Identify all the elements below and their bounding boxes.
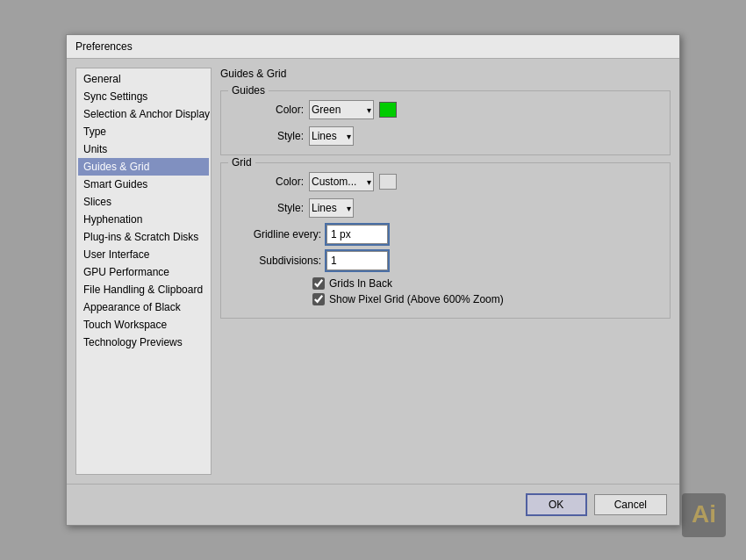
guides-style-select[interactable]: Lines Dots [309, 126, 354, 146]
guides-color-row: Color: Green Red Blue Cyan Custom... [233, 100, 657, 119]
sidebar-item-technology-previews[interactable]: Technology Previews [78, 334, 209, 351]
show-pixel-label[interactable]: Show Pixel Grid (Above 600% Zoom) [329, 293, 504, 305]
preferences-dialog: Preferences GeneralSync SettingsSelectio… [66, 34, 680, 526]
grid-group: Grid Color: Custom... Green Red Blue S [220, 162, 671, 319]
grid-color-select[interactable]: Custom... Green Red Blue [309, 172, 374, 191]
grid-color-swatch[interactable] [379, 174, 397, 190]
guides-color-select[interactable]: Green Red Blue Cyan Custom... [309, 100, 374, 119]
sidebar-item-appearance-black[interactable]: Appearance of Black [78, 298, 209, 316]
sidebar-item-slices[interactable]: Slices [78, 193, 209, 211]
show-pixel-checkbox[interactable] [312, 293, 325, 305]
grids-in-back-label[interactable]: Grids In Back [329, 277, 392, 290]
grid-group-label: Grid [228, 156, 255, 169]
section-title: Guides & Grid [220, 68, 671, 80]
svg-text:Ai: Ai [692, 500, 716, 528]
guides-style-select-wrapper[interactable]: Lines Dots [309, 126, 354, 146]
sidebar-item-smart-guides[interactable]: Smart Guides [78, 176, 209, 193]
sidebar-item-sync-settings[interactable]: Sync Settings [78, 88, 209, 105]
grid-style-label: Style: [233, 202, 304, 214]
sidebar-item-user-interface[interactable]: User Interface [78, 246, 209, 263]
sidebar-item-touch-workspace[interactable]: Touch Workspace [78, 316, 209, 334]
dialog-footer: OK Cancel [67, 484, 679, 525]
grid-style-select-wrapper[interactable]: Lines Dots [309, 198, 354, 218]
sidebar-item-gpu-performance[interactable]: GPU Performance [78, 263, 209, 281]
sidebar-item-units[interactable]: Units [78, 140, 209, 158]
grid-color-select-wrapper[interactable]: Custom... Green Red Blue [309, 172, 374, 191]
guides-color-swatch[interactable] [379, 102, 397, 118]
guides-style-label: Style: [233, 130, 304, 142]
subdivisions-label: Subdivisions: [233, 255, 321, 267]
guides-group-label: Guides [228, 84, 269, 97]
sidebar-item-general[interactable]: General [78, 70, 209, 88]
gridline-input[interactable] [326, 225, 388, 244]
subdivisions-row: Subdivisions: [233, 251, 657, 270]
gridline-row: Gridline every: [233, 225, 657, 244]
main-content: Guides & Grid Guides Color: Green Red Bl… [220, 68, 671, 475]
guides-style-row: Style: Lines Dots [233, 126, 657, 146]
gridline-label: Gridline every: [233, 228, 321, 241]
sidebar-item-guides-grid[interactable]: Guides & Grid [78, 158, 209, 176]
sidebar: GeneralSync SettingsSelection & Anchor D… [75, 68, 212, 475]
show-pixel-row: Show Pixel Grid (Above 600% Zoom) [312, 293, 657, 305]
grids-in-back-row: Grids In Back [312, 277, 657, 290]
sidebar-item-plugins-scratch[interactable]: Plug-ins & Scratch Disks [78, 228, 209, 246]
sidebar-item-file-handling[interactable]: File Handling & Clipboard [78, 281, 209, 298]
dialog-body: GeneralSync SettingsSelection & Anchor D… [67, 59, 679, 484]
sidebar-item-type[interactable]: Type [78, 123, 209, 140]
watermark: Ai [678, 489, 730, 544]
grid-color-label: Color: [233, 176, 304, 188]
sidebar-item-selection-anchor[interactable]: Selection & Anchor Display [78, 105, 209, 123]
ok-button[interactable]: OK [526, 493, 587, 516]
subdivisions-input[interactable] [326, 251, 388, 270]
dialog-title: Preferences [67, 35, 679, 59]
guides-color-label: Color: [233, 104, 304, 116]
grids-in-back-checkbox[interactable] [312, 277, 325, 290]
grid-style-select[interactable]: Lines Dots [309, 198, 354, 218]
guides-group: Guides Color: Green Red Blue Cyan Custom… [220, 90, 671, 155]
cancel-button[interactable]: Cancel [594, 494, 667, 515]
grid-style-row: Style: Lines Dots [233, 198, 657, 218]
guides-color-select-wrapper[interactable]: Green Red Blue Cyan Custom... [309, 100, 374, 119]
grid-color-row: Color: Custom... Green Red Blue [233, 172, 657, 191]
sidebar-item-hyphenation[interactable]: Hyphenation [78, 211, 209, 228]
